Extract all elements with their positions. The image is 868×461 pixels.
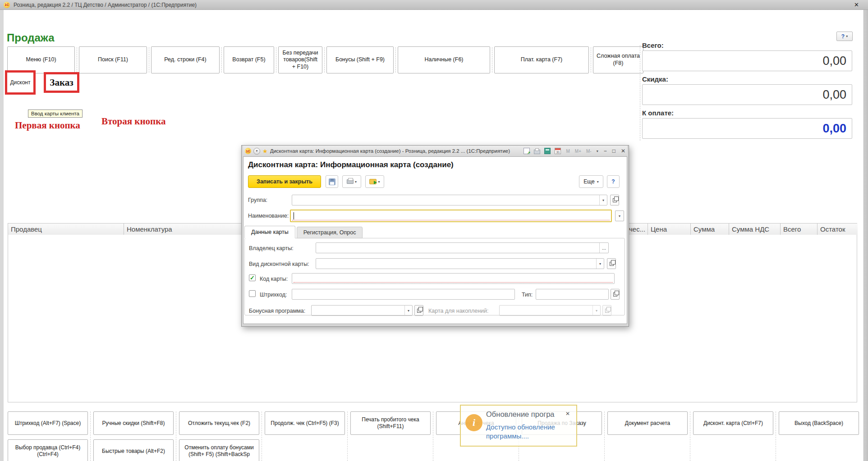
totals-separator xyxy=(640,45,640,141)
link-document-icon[interactable] xyxy=(524,148,530,154)
column-header: Цена xyxy=(648,224,690,235)
favorites-star-icon[interactable]: ★ xyxy=(262,148,268,155)
top-button-cell: Сложная оплата (F8) xyxy=(593,46,643,73)
chevron-down-icon[interactable]: ▾ xyxy=(597,149,598,153)
bottom-button-row-2: Выбор продавца (Ctrl+F4) (Ctrl+F4) Быстр… xyxy=(8,439,859,461)
bottom-button-cell: Ручные скидки (Shift+F8) xyxy=(93,411,174,435)
total-value: 0,00 xyxy=(642,50,852,71)
dialog-heading: Дисконтная карта: Информационная карта (… xyxy=(248,160,454,169)
bottom-action-button[interactable]: Печать пробитого чека (Shift+F11) xyxy=(350,411,431,435)
chevron-down-icon: ▾ xyxy=(355,180,357,184)
top-action-button[interactable]: Ред. строки (F4) xyxy=(151,46,220,73)
total-label: Скидка: xyxy=(642,75,852,83)
info-icon: i xyxy=(465,414,482,431)
empty-cell xyxy=(607,439,688,461)
top-action-button[interactable]: Наличные (F6) xyxy=(398,46,490,73)
more-actions-button[interactable]: Еще ▾ xyxy=(579,175,603,188)
empty-cell xyxy=(779,439,859,461)
top-action-button[interactable]: Поиск (F11) xyxy=(79,46,147,73)
dialog-close-button[interactable]: ✕ xyxy=(621,148,625,154)
group-choose-button[interactable] xyxy=(610,195,619,205)
save-and-close-button[interactable]: Записать и закрыть xyxy=(248,175,321,188)
window-frame-right xyxy=(863,10,868,461)
top-action-button[interactable]: Меню (F10) xyxy=(7,46,75,73)
top-button-bar: Меню (F10) Поиск (F11) Ред. строки (F4) … xyxy=(7,46,643,73)
bottom-action-button[interactable]: Быстрые товары (Alt+F2) xyxy=(93,439,174,461)
bottom-button-row-1: Штрихкод (Alt+F7) (Space) Ручные скидки … xyxy=(8,411,859,435)
top-action-button[interactable]: Возврат (F5) xyxy=(224,46,274,73)
print-button[interactable]: ▾ xyxy=(342,175,361,188)
column-header: чес... xyxy=(629,224,648,235)
help-menu-button[interactable]: ? ▾ xyxy=(836,32,853,41)
bottom-action-button[interactable]: Отменить оплату бонусами (Shift+ F5) (Sh… xyxy=(179,439,259,461)
chevron-down-icon: ▾ xyxy=(846,34,848,38)
dialog-minimize-button[interactable]: − xyxy=(604,148,607,154)
bottom-action-button[interactable]: Выход (BackSpace) xyxy=(779,411,859,435)
open-file-button[interactable]: ▾ xyxy=(365,175,384,188)
chevron-down-icon: ▾ xyxy=(619,214,620,218)
text-cursor xyxy=(294,212,294,219)
name-input-focused[interactable] xyxy=(290,210,612,222)
group-combo-input[interactable]: ▾ xyxy=(292,195,607,205)
calculator-icon[interactable] xyxy=(544,148,551,154)
bottom-button-cell: Отменить оплату бонусами (Shift+ F5) (Sh… xyxy=(179,439,259,461)
top-button-cell: Меню (F10) xyxy=(7,46,75,73)
print-icon[interactable] xyxy=(534,150,540,154)
column-header: Остаток xyxy=(817,224,858,235)
top-action-button[interactable]: Без передачи товаров(Shift + F10) xyxy=(278,46,322,73)
calendar-icon[interactable]: 31 xyxy=(555,148,561,154)
top-action-button[interactable]: Плат. карта (F7) xyxy=(494,46,589,73)
chevron-down-icon[interactable]: ▾ xyxy=(599,195,607,205)
chevron-down-icon: ▾ xyxy=(597,180,599,184)
bottom-action-button[interactable]: Отложить текущ.чек (F2) xyxy=(179,411,259,435)
card-data-groupbox xyxy=(244,238,625,315)
discount-button[interactable]: Дисконт xyxy=(7,73,33,92)
app-window: 1С Розница, редакция 2.2 / ТЦ Детство / … xyxy=(0,0,868,461)
window-frame-left xyxy=(0,10,4,461)
dialog-maximize-button[interactable]: □ xyxy=(612,148,615,154)
name-dropdown-button[interactable]: ▾ xyxy=(615,210,624,221)
top-action-button[interactable]: Бонусы (Shift + F9) xyxy=(326,46,394,73)
choose-icon xyxy=(613,198,617,202)
column-header: Всего xyxy=(780,224,817,235)
bottom-action-button[interactable]: Документ расчета xyxy=(607,411,688,435)
help-icon: ? xyxy=(841,33,845,40)
printer-icon xyxy=(347,179,354,184)
bottom-action-button[interactable]: Дисконт. карта (Ctrl+F7) xyxy=(693,411,773,435)
page-title: Продажа xyxy=(7,32,55,44)
top-button-cell: Наличные (F6) xyxy=(398,46,490,73)
top-button-cell: Без передачи товаров(Shift + F10) xyxy=(278,46,322,73)
bottom-action-button[interactable]: Выбор продавца (Ctrl+F4) (Ctrl+F4) xyxy=(8,439,88,461)
dialog-titlebar: 1С ▾ ★ Дисконтная карта: Информационная … xyxy=(243,146,627,156)
save-button[interactable] xyxy=(326,175,338,188)
bottom-button-cell: Дисконт. карта (Ctrl+F7) xyxy=(693,411,773,435)
bottom-button-cell: Продолж. чек (Ctrl+F5) (F3) xyxy=(265,411,345,435)
tab-card-data[interactable]: Данные карты xyxy=(244,226,295,238)
annotation-second-button: Вторая кнопка xyxy=(101,116,165,127)
top-action-button[interactable]: Сложная оплата (F8) xyxy=(593,46,643,73)
window-title: Розница, редакция 2.2 / ТЦ Детство / Адм… xyxy=(14,2,197,8)
bottom-action-button[interactable]: Ручные скидки (Shift+F8) xyxy=(93,411,174,435)
window-close-button[interactable]: ✕ xyxy=(854,1,859,8)
order-button[interactable]: Заказ xyxy=(46,74,77,91)
tab-registration-survey[interactable]: Регистрация, Опрос xyxy=(297,227,363,238)
dialog-help-button[interactable]: ? xyxy=(607,175,620,188)
column-header: Сумма НДС xyxy=(729,224,780,235)
bottom-action-button[interactable]: Штрихкод (Alt+F7) (Space) xyxy=(8,411,88,435)
system-menu-button[interactable]: ▾ xyxy=(253,148,260,155)
dialog-body: Дисконтная карта: Информационная карта (… xyxy=(243,156,627,324)
notification-update-link[interactable]: Доступно обновление программы.... xyxy=(486,423,558,440)
bottom-button-cell: Печать пробитого чека (Shift+F11) xyxy=(350,411,431,435)
notification-title: Обновление програ xyxy=(486,410,555,419)
bottom-button-cell: Документ расчета xyxy=(607,411,688,435)
total-value: 0,00 xyxy=(642,118,852,139)
bottom-action-button[interactable]: Продолж. чек (Ctrl+F5) (F3) xyxy=(265,411,345,435)
bottom-button-cell: Штрихкод (Alt+F7) (Space) xyxy=(8,411,88,435)
discount-card-dialog: 1С ▾ ★ Дисконтная карта: Информационная … xyxy=(241,145,629,327)
dialog-tabs: Данные карты Регистрация, Опрос xyxy=(244,226,363,238)
bottom-button-cell: Отложить текущ.чек (F2) xyxy=(179,411,259,435)
top-button-cell: Возврат (F5) xyxy=(224,46,274,73)
total-group: Скидка: 0,00 xyxy=(642,75,852,105)
window-titlebar: 1С Розница, редакция 2.2 / ТЦ Детство / … xyxy=(0,0,868,10)
notification-close-button[interactable]: ✕ xyxy=(565,411,570,417)
